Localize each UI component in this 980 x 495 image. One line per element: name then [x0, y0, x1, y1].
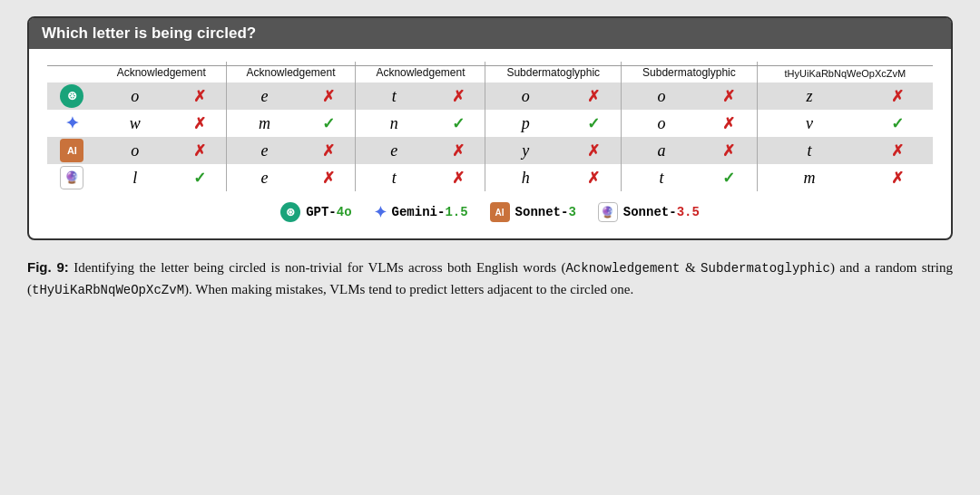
- check-icon: ✓: [891, 115, 904, 132]
- letter-cell: e: [226, 164, 302, 191]
- card-title: Which letter is being circled?: [29, 18, 951, 49]
- cross-icon: ✗: [722, 142, 735, 160]
- result-cell: ✗: [701, 110, 758, 137]
- result-cell: ✗: [173, 137, 226, 164]
- cross-icon: ✗: [587, 88, 600, 105]
- caption-label: Fig. 9:: [27, 259, 69, 275]
- cross-icon: ✗: [587, 142, 600, 160]
- letter-cell: e: [226, 82, 302, 110]
- letter-cell: h: [485, 164, 565, 191]
- result-cell: ✓: [701, 164, 758, 191]
- letter-cell: p: [485, 110, 565, 137]
- result-cell: ✗: [861, 137, 933, 164]
- caption-rand: tHyUiKaRbNqWeOpXcZvM: [32, 283, 184, 297]
- legend-item-gemini: ✦ Gemini-1.5: [374, 203, 468, 222]
- cross-icon: ✗: [587, 170, 600, 187]
- legend-gpt-label: GPT-4o: [306, 205, 351, 219]
- cross-icon: ✗: [322, 170, 335, 187]
- letter-cell: n: [356, 110, 432, 137]
- result-cell: ✓: [173, 164, 226, 191]
- caption-word2: Subdermatoglyphic: [701, 261, 830, 276]
- result-cell: ✗: [432, 82, 485, 110]
- letter-cell: t: [356, 82, 432, 110]
- result-cell: ✗: [302, 137, 356, 164]
- result-cell: ✗: [701, 137, 758, 164]
- col-label-row: Acknowledgement Acknowledgement Acknowle…: [47, 66, 933, 83]
- cross-icon: ✗: [722, 115, 735, 132]
- question-card: Which letter is being circled?: [27, 16, 953, 240]
- letter-cell: l: [97, 164, 173, 191]
- table-wrap: Acknowledgement Acknowledgement Acknowle…: [47, 62, 933, 191]
- gpt-icon: ⊛: [60, 84, 83, 108]
- result-cell: ✗: [173, 82, 226, 110]
- result-cell: ✓: [302, 110, 356, 137]
- col-sub2: Subdermatoglyphic: [622, 66, 758, 83]
- cross-icon: ✗: [452, 88, 465, 105]
- check-icon: ✓: [587, 115, 600, 132]
- sonnet35-icon: 🔮: [60, 166, 83, 189]
- model-icon-cell-gemini: ✦: [47, 110, 97, 137]
- result-cell: ✗: [861, 82, 933, 110]
- letter-cell: y: [485, 137, 565, 164]
- letter-cell: o: [622, 110, 701, 137]
- result-cell: ✗: [432, 164, 485, 191]
- model-icon-cell-sonnet3: AI: [47, 137, 97, 164]
- col-rand: tHyUiKaRbNqWeOpXcZvM: [757, 66, 933, 83]
- col-ack3: Acknowledgement: [356, 66, 485, 83]
- result-cell: ✓: [861, 110, 933, 137]
- legend-gemini-label: Gemini-1.5: [392, 205, 468, 219]
- check-icon: ✓: [322, 115, 335, 132]
- cross-icon: ✗: [722, 88, 735, 105]
- results-table: Acknowledgement Acknowledgement Acknowle…: [47, 62, 933, 191]
- result-cell: ✗: [565, 137, 622, 164]
- legend-gpt-icon: ⊛: [280, 202, 300, 222]
- letter-cell: e: [226, 137, 302, 164]
- legend-sonnet35-label: Sonnet-3.5: [623, 205, 700, 219]
- model-icon-cell-gpt: ⊛: [47, 82, 97, 110]
- result-cell: ✓: [565, 110, 622, 137]
- empty-corner: [47, 66, 97, 83]
- result-cell: ✗: [173, 110, 226, 137]
- table-row: ⊛ o ✗ e ✗ t ✗ o ✗ o ✗ z ✗: [47, 82, 933, 110]
- cross-icon: ✗: [193, 88, 206, 105]
- table-row: 🔮 l ✓ e ✗ t ✗ h ✗ t ✓ m ✗: [47, 164, 933, 191]
- cross-icon: ✗: [891, 88, 904, 105]
- letter-cell: t: [356, 164, 432, 191]
- cross-icon: ✗: [193, 115, 206, 132]
- cross-icon: ✗: [891, 170, 904, 187]
- result-cell: ✗: [565, 82, 622, 110]
- legend-gemini-num: 1.5: [445, 205, 467, 219]
- figure-caption: Fig. 9: Identifying the letter being cir…: [27, 257, 953, 301]
- table-row: AI o ✗ e ✗ e ✗ y ✗ a ✗ t ✗: [47, 137, 933, 164]
- cross-icon: ✗: [452, 170, 465, 187]
- result-cell: ✗: [565, 164, 622, 191]
- col-ack1: Acknowledgement: [97, 66, 226, 83]
- col-sub1: Subdermatoglyphic: [485, 66, 622, 83]
- cross-icon: ✗: [322, 142, 335, 160]
- letter-cell: m: [757, 164, 861, 191]
- legend-item-sonnet3: AI Sonnet-3: [490, 202, 576, 222]
- legend-item-sonnet35: 🔮 Sonnet-3.5: [598, 202, 700, 222]
- legend-sonnet3-label: Sonnet-3: [515, 205, 576, 219]
- model-icon-cell-sonnet35: 🔮: [47, 164, 97, 191]
- result-cell: ✓: [432, 110, 485, 137]
- letter-cell: e: [356, 137, 432, 164]
- sonnet3-icon: AI: [60, 139, 83, 162]
- cross-icon: ✗: [452, 142, 465, 160]
- letter-cell: o: [622, 82, 701, 110]
- cross-icon: ✗: [891, 142, 904, 160]
- cross-icon: ✗: [193, 142, 206, 160]
- legend: ⊛ GPT-4o ✦ Gemini-1.5 AI Sonnet-3 🔮 Sonn…: [47, 202, 933, 222]
- legend-gpt-num: 4o: [337, 205, 352, 219]
- result-cell: ✗: [432, 137, 485, 164]
- col-ack2: Acknowledgement: [226, 66, 356, 83]
- result-cell: ✗: [701, 82, 758, 110]
- table-row: ✦ w ✗ m ✓ n ✓ p ✓ o ✗ v ✓: [47, 110, 933, 137]
- legend-gemini-icon: ✦: [374, 203, 387, 222]
- letter-cell: v: [757, 110, 861, 137]
- letter-cell: t: [757, 137, 861, 164]
- letter-cell: m: [226, 110, 302, 137]
- caption-word1: Acknowledgement: [565, 261, 680, 276]
- result-cell: ✗: [302, 164, 356, 191]
- caption-text1: Identifying the letter being circled is …: [27, 260, 953, 296]
